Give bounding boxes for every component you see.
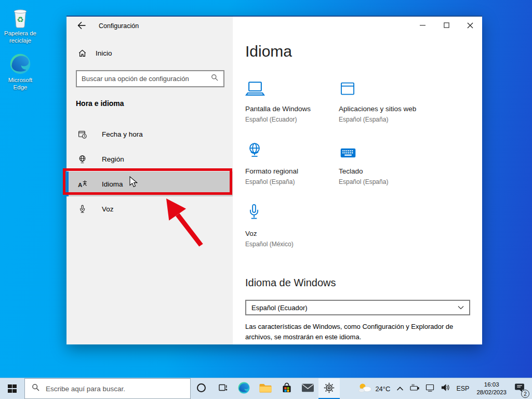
windows-language-heading: Idioma de Windows — [245, 277, 336, 289]
battery-status[interactable] — [407, 383, 422, 394]
taskbar: 24°C — [0, 378, 532, 399]
section-heading: Hora e idioma — [76, 99, 124, 108]
input-language-indicator[interactable]: ESP — [453, 385, 472, 392]
annotation-arrow-icon — [162, 193, 210, 254]
keyboard-icon — [339, 141, 422, 160]
store-icon — [281, 382, 292, 396]
close-button[interactable] — [458, 17, 482, 34]
tile-formato-regional[interactable]: Formato regional Español (España) — [245, 141, 328, 204]
settings-main-panel: Idioma Pantalla de Windows Español (Ecua… — [233, 17, 482, 344]
selected-language-value: Español (Ecuador) — [251, 304, 308, 312]
volume-status[interactable] — [438, 383, 453, 394]
notification-count-badge: 2 — [521, 390, 529, 398]
speaker-icon — [441, 383, 450, 394]
windows-language-description: Las características de Windows, como Con… — [245, 322, 477, 342]
start-button[interactable] — [0, 378, 24, 399]
search-icon — [32, 383, 40, 394]
laptop-icon — [245, 79, 328, 98]
store-button[interactable] — [276, 378, 297, 399]
sidebar-item-region[interactable]: Región — [66, 147, 233, 171]
settings-taskbar-button[interactable] — [318, 378, 340, 399]
desktop-icon-label: Microsoft Edge — [2, 77, 39, 91]
tile-label: Voz — [245, 229, 323, 238]
desktop-icon-label: Papelera de reciclaje — [2, 30, 39, 44]
home-label: Inicio — [96, 49, 112, 57]
recycle-bin-icon: ♻ — [2, 7, 39, 29]
input-language-label: ESP — [456, 385, 469, 392]
sidebar-item-label: Región — [102, 155, 124, 163]
chevron-up-icon — [396, 384, 404, 393]
desktop-background: ♻ Papelera de reciclaje Microsoft Edge — [0, 0, 532, 399]
tile-label: Pantalla de Windows — [245, 104, 323, 114]
settings-search-input[interactable] — [82, 75, 211, 83]
notification-center-button[interactable]: 2 — [511, 382, 530, 395]
tile-value: Español (España) — [339, 116, 422, 123]
tile-teclado[interactable]: Teclado Español (España) — [339, 141, 422, 204]
tray-overflow-button[interactable] — [393, 384, 407, 393]
mouse-cursor-icon — [129, 176, 138, 190]
time-label: 16:03 — [484, 381, 499, 389]
desk-globe-icon — [78, 155, 87, 164]
sidebar-item-label: Voz — [102, 205, 114, 213]
tile-value: Español (España) — [245, 178, 328, 185]
settings-search-box[interactable] — [76, 70, 224, 87]
sidebar-item-fecha-y-hora[interactable]: Fecha y hora — [66, 122, 233, 147]
edge-icon — [237, 381, 250, 396]
annotation-highlight-box — [63, 168, 232, 195]
windows-logo-icon — [8, 384, 17, 393]
edge-taskbar-button[interactable] — [233, 378, 255, 399]
task-view-button[interactable] — [212, 378, 233, 399]
tile-aplicaciones-y-sitios-web[interactable]: Aplicaciones y sitios web Español (Españ… — [339, 79, 422, 141]
system-tray: 24°C — [354, 378, 532, 399]
taskbar-search-box[interactable] — [24, 378, 191, 399]
desk-globe-icon — [245, 141, 328, 160]
browser-window-icon — [339, 79, 422, 98]
mail-icon — [301, 383, 314, 395]
cortana-icon — [196, 383, 206, 395]
task-view-icon — [218, 383, 228, 394]
maximize-button[interactable] — [434, 17, 458, 34]
file-explorer-button[interactable] — [255, 378, 276, 399]
mail-button[interactable] — [297, 378, 318, 399]
svg-text:♻: ♻ — [17, 16, 24, 24]
battery-plug-icon — [410, 383, 419, 394]
tile-pantalla-de-windows[interactable]: Pantalla de Windows Español (Ecuador) — [245, 79, 328, 141]
edge-icon — [2, 52, 39, 75]
edge-desktop-icon[interactable]: Microsoft Edge — [2, 52, 39, 91]
windows-language-select[interactable]: Español (Ecuador) — [245, 300, 470, 315]
tile-value: Español (Ecuador) — [245, 116, 328, 123]
minimize-button[interactable] — [410, 17, 434, 34]
home-icon — [78, 49, 87, 58]
tile-voz[interactable]: Voz Español (México) — [245, 204, 328, 266]
chevron-down-icon — [458, 305, 464, 310]
back-button[interactable] — [77, 21, 86, 30]
microphone-icon — [78, 205, 87, 214]
language-tiles: Pantalla de Windows Español (Ecuador) Ap… — [245, 79, 437, 266]
tile-label: Teclado — [339, 167, 417, 176]
temperature-label: 24°C — [375, 385, 390, 393]
tile-label: Aplicaciones y sitios web — [339, 104, 417, 114]
sidebar-item-home[interactable]: Inicio — [78, 49, 112, 58]
microphone-icon — [245, 204, 328, 222]
weather-sun-cloud-icon — [357, 382, 372, 395]
tile-value: Español (México) — [245, 241, 328, 248]
search-icon — [211, 74, 219, 84]
tile-label: Formato regional — [245, 167, 323, 176]
sidebar-item-label: Fecha y hora — [102, 130, 143, 138]
file-explorer-icon — [259, 382, 272, 395]
date-label: 28/02/2023 — [476, 389, 507, 396]
window-title: Configuración — [99, 22, 139, 30]
weather-widget[interactable]: 24°C — [354, 382, 393, 395]
page-title: Idioma — [245, 43, 292, 60]
clock-widget[interactable]: 16:03 28/02/2023 — [472, 381, 511, 396]
network-icon — [425, 383, 435, 394]
recycle-bin-desktop-icon[interactable]: ♻ Papelera de reciclaje — [2, 7, 39, 44]
network-status[interactable] — [422, 383, 438, 394]
taskbar-search-input[interactable] — [46, 385, 183, 393]
cortana-button[interactable] — [191, 378, 212, 399]
settings-gear-icon — [324, 382, 335, 395]
tile-value: Español (España) — [339, 178, 422, 185]
calendar-clock-icon — [78, 130, 87, 139]
window-controls — [410, 17, 482, 34]
